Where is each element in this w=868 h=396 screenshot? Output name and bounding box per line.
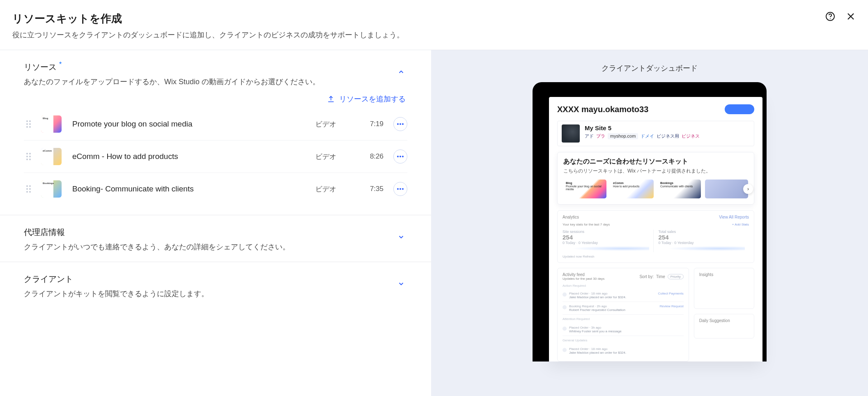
analytics-range: Your key stats for the last 7 days — [563, 223, 610, 226]
daily-suggestion-card: Daily Suggestion — [694, 314, 754, 338]
close-icon[interactable] — [846, 12, 856, 23]
thumbnail-label: eComm — [43, 150, 52, 152]
chevron-up-icon — [397, 68, 405, 76]
resource-more-button[interactable] — [393, 117, 407, 131]
svg-point-5 — [397, 156, 399, 157]
analytics-viewall: View All Reports — [719, 215, 749, 219]
section-resources-desc: あなたのファイルをアップロードするか、Wix Studio の動画ガイドからお選… — [24, 77, 320, 87]
more-horizontal-icon — [397, 156, 404, 157]
stat-sub: 0 Today · 0 Yesterday — [659, 241, 745, 245]
resource-thumbnail: Bookings — [41, 180, 62, 198]
drag-handle-icon[interactable] — [24, 185, 34, 193]
site-name: My Site 5 — [585, 124, 750, 131]
more-horizontal-icon — [397, 123, 404, 125]
activity-sort-label: Sort by: — [639, 274, 653, 279]
resource-name: eComm - How to add products — [72, 152, 315, 161]
dashboard-action-pill — [725, 104, 754, 114]
sparkline-icon — [659, 246, 745, 251]
activity-title: Activity feed — [563, 272, 604, 277]
help-icon[interactable] — [825, 12, 835, 23]
chip: ドメイ — [641, 133, 654, 139]
carousel-next-icon: › — [743, 184, 753, 194]
resource-row: eComm eComm - How to add products ビデオ 8:… — [24, 140, 407, 173]
section-agency-title: 代理店情報 — [24, 227, 290, 238]
resource-type: ビデオ — [315, 120, 361, 129]
section-agency: 代理店情報 クライアントがいつでも連絡できるよう、あなたの詳細をシェアしてくださ… — [0, 215, 431, 262]
resource-name: Promote your blog on social media — [72, 120, 315, 129]
device-frame: XXXX mayu.okamoto33 My Site 5 アド プラ mysh… — [533, 82, 767, 361]
stat-value: 254 — [659, 234, 745, 241]
resource-more-button[interactable] — [393, 150, 407, 163]
chip: アド — [585, 133, 594, 139]
activity-group: Attention Required — [563, 317, 684, 321]
stat-value: 254 — [563, 234, 649, 241]
daily-title: Daily Suggestion — [699, 318, 749, 323]
resource-list: Blog Promote your blog on social media ビ… — [24, 108, 407, 205]
upload-icon — [327, 95, 335, 103]
dot-icon — [563, 292, 567, 297]
analytics-title: Analytics — [563, 215, 579, 219]
form-panel: リソース * あなたのファイルをアップロードするか、Wix Studio の動画… — [0, 50, 431, 396]
resource-row: Blog Promote your blog on social media ビ… — [24, 108, 407, 140]
analytics-updated: Updated now Refresh — [563, 255, 749, 258]
section-resources-title: リソース — [24, 62, 57, 73]
expand-client-button[interactable] — [395, 278, 407, 290]
section-agency-desc: クライアントがいつでも連絡できるよう、あなたの詳細をシェアしてください。 — [24, 242, 290, 252]
site-thumbnail — [562, 124, 580, 143]
kit-tile — [705, 180, 748, 198]
site-card: My Site 5 アド プラ myshop.com ドメイ ビジネス用 ビジネ… — [557, 121, 754, 146]
analytics-addstats: + Add Stats — [732, 223, 749, 226]
dashboard-preview: XXXX mayu.okamoto33 My Site 5 アド プラ mysh… — [549, 97, 762, 361]
required-indicator: * — [59, 61, 62, 68]
activity-feed-card: Activity feed Updates for the past 30 da… — [557, 268, 689, 361]
svg-point-1 — [830, 18, 831, 19]
resource-more-button[interactable] — [393, 182, 407, 196]
kit-tile: eCommHow to add products — [611, 180, 654, 198]
svg-point-2 — [397, 123, 399, 125]
kit-tile: BlogPromote your blog on social media — [563, 180, 606, 198]
dot-icon — [563, 327, 567, 331]
add-resource-link[interactable]: リソースを追加する — [327, 94, 406, 104]
expand-agency-button[interactable] — [395, 231, 407, 243]
kit-title: あなたのニーズに合わせたリソースキット — [563, 157, 748, 166]
activity-sort-priority: Priority — [668, 274, 684, 279]
preview-panel: クライアントダッシュボード XXXX mayu.okamoto33 My Sit… — [431, 50, 868, 396]
thumbnail-label: Blog — [43, 117, 48, 120]
resource-name: Booking- Communicate with clients — [72, 184, 315, 193]
activity-sort-time: Time — [656, 274, 665, 279]
chip-url: myshop.com — [608, 133, 638, 139]
svg-point-6 — [400, 156, 401, 157]
chevron-down-icon — [397, 280, 405, 288]
svg-point-3 — [400, 123, 401, 125]
activity-sub: Updates for the past 30 days — [563, 277, 604, 281]
dot-icon — [563, 305, 567, 309]
drag-handle-icon[interactable] — [24, 153, 34, 160]
page-title: リソースキットを作成 — [12, 12, 404, 26]
sparkline-icon — [563, 246, 649, 251]
resource-type: ビデオ — [315, 152, 361, 161]
stat-label: Site sessions — [563, 230, 649, 234]
section-resources: リソース * あなたのファイルをアップロードするか、Wix Studio の動画… — [0, 50, 431, 215]
preview-caption: クライアントダッシュボード — [602, 63, 698, 73]
svg-point-8 — [397, 188, 399, 190]
resource-thumbnail: Blog — [41, 115, 62, 133]
dashboard-username: XXXX mayu.okamoto33 — [557, 105, 648, 114]
thumbnail-label: Bookings — [43, 182, 54, 185]
insights-card: Insights — [694, 268, 754, 309]
activity-item: Placed Order · 18 min ago Jake Maddox pl… — [563, 345, 684, 357]
svg-point-10 — [402, 188, 404, 190]
resource-thumbnail: eComm — [41, 148, 62, 165]
chip: ビジネス — [682, 133, 700, 139]
chevron-down-icon — [397, 233, 405, 241]
chip: ビジネス用 — [657, 133, 679, 139]
svg-point-9 — [400, 188, 401, 190]
resource-duration: 7:35 — [361, 185, 393, 193]
analytics-card: Analytics View All Reports Your key stat… — [557, 210, 754, 263]
add-resource-label: リソースを追加する — [339, 94, 406, 104]
stat-sub: 0 Today · 0 Yesterday — [563, 241, 649, 245]
collapse-resources-button[interactable] — [395, 66, 407, 78]
drag-handle-icon[interactable] — [24, 120, 34, 128]
page-subtitle: 役に立つリソースをクライアントのダッシュボードに追加し、クライアントのビジネスの… — [12, 30, 404, 40]
resource-type: ビデオ — [315, 184, 361, 194]
svg-point-4 — [402, 123, 404, 125]
